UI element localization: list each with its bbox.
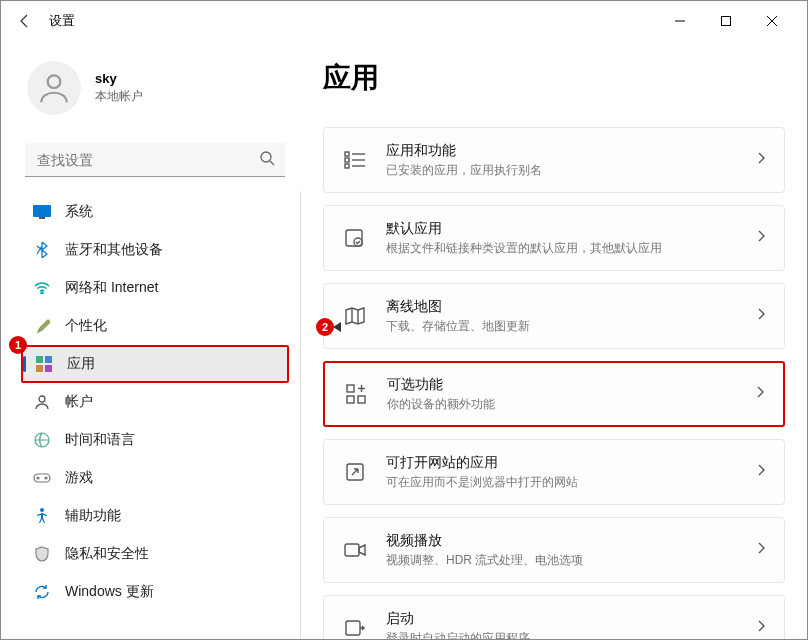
card-subtitle: 下载、存储位置、地图更新 [386, 318, 530, 335]
svg-point-17 [37, 477, 39, 479]
svg-rect-22 [345, 164, 349, 168]
svg-rect-30 [347, 385, 354, 392]
card-title: 默认应用 [386, 220, 662, 238]
cards-list: 应用和功能 已安装的应用，应用执行别名 默认应用 根据文件和链接种类设置的默认应… [323, 127, 785, 639]
svg-rect-37 [346, 621, 360, 635]
chevron-right-icon [756, 229, 766, 247]
nav-list: 系统 蓝牙和其他设备 网络和 Internet 个性化 应用 帐户 [21, 193, 289, 611]
minimize-button[interactable] [657, 6, 703, 36]
main-content: 应用 应用和功能 已安装的应用，应用执行别名 默认应用 根据文件和链接种类设置的… [301, 41, 807, 639]
search-input[interactable] [25, 143, 285, 177]
svg-rect-21 [345, 158, 349, 162]
nav-gaming[interactable]: 游戏 [21, 459, 289, 497]
nav-system[interactable]: 系统 [21, 193, 289, 231]
close-icon [766, 15, 778, 27]
nav-label: 个性化 [65, 317, 107, 335]
svg-point-5 [261, 152, 271, 162]
minimize-icon [674, 15, 686, 27]
video-icon [342, 537, 368, 563]
user-name: sky [95, 71, 143, 86]
svg-rect-20 [345, 152, 349, 156]
open-app-icon [342, 459, 368, 485]
window-title: 设置 [49, 12, 75, 30]
page-title: 应用 [323, 59, 785, 97]
card-subtitle: 根据文件和链接种类设置的默认应用，其他默认应用 [386, 240, 662, 257]
nav-label: 辅助功能 [65, 507, 121, 525]
card-apps-features[interactable]: 应用和功能 已安装的应用，应用执行别名 [323, 127, 785, 193]
svg-point-27 [354, 238, 362, 246]
card-subtitle: 视频调整、HDR 流式处理、电池选项 [386, 552, 583, 569]
user-subtitle: 本地帐户 [95, 88, 143, 105]
nav-bluetooth[interactable]: 蓝牙和其他设备 [21, 231, 289, 269]
nav-apps[interactable]: 应用 [21, 345, 289, 383]
card-title: 应用和功能 [386, 142, 542, 160]
card-optional-features[interactable]: 可选功能 你的设备的额外功能 [323, 361, 785, 427]
svg-rect-1 [722, 17, 731, 26]
shield-icon [33, 545, 51, 563]
card-title: 离线地图 [386, 298, 530, 316]
nav-accessibility[interactable]: 辅助功能 [21, 497, 289, 535]
svg-point-19 [40, 508, 44, 512]
card-subtitle: 可在应用而不是浏览器中打开的网站 [386, 474, 578, 491]
back-button[interactable] [13, 9, 37, 33]
card-startup[interactable]: 启动 登录时自动启动的应用程序 [323, 595, 785, 639]
close-button[interactable] [749, 6, 795, 36]
person-icon [33, 393, 51, 411]
plus-grid-icon [343, 381, 369, 407]
apps-icon [35, 355, 53, 373]
card-title: 视频播放 [386, 532, 583, 550]
card-offline-maps[interactable]: 离线地图 下载、存储位置、地图更新 [323, 283, 785, 349]
sidebar-separator [300, 191, 301, 639]
svg-rect-32 [358, 396, 365, 403]
card-default-apps[interactable]: 默认应用 根据文件和链接种类设置的默认应用，其他默认应用 [323, 205, 785, 271]
gamepad-icon [33, 469, 51, 487]
nav-label: 系统 [65, 203, 93, 221]
nav-network[interactable]: 网络和 Internet [21, 269, 289, 307]
svg-point-14 [39, 396, 45, 402]
user-profile[interactable]: sky 本地帐户 [21, 41, 289, 139]
user-icon [35, 69, 73, 107]
maximize-button[interactable] [703, 6, 749, 36]
chevron-right-icon [756, 307, 766, 325]
nav-windows-update[interactable]: Windows 更新 [21, 573, 289, 611]
nav-label: 隐私和安全性 [65, 545, 149, 563]
svg-point-18 [45, 477, 47, 479]
nav-privacy[interactable]: 隐私和安全性 [21, 535, 289, 573]
accessibility-icon [33, 507, 51, 525]
chevron-right-icon [755, 385, 765, 403]
svg-rect-7 [33, 205, 51, 217]
avatar [27, 61, 81, 115]
svg-rect-12 [36, 365, 43, 372]
nav-label: 时间和语言 [65, 431, 135, 449]
svg-point-9 [41, 292, 43, 294]
nav-time-language[interactable]: 时间和语言 [21, 421, 289, 459]
update-icon [33, 583, 51, 601]
chevron-right-icon [756, 541, 766, 559]
annotation-badge-1: 1 [9, 336, 27, 354]
nav-label: 帐户 [65, 393, 93, 411]
wifi-icon [33, 279, 51, 297]
brush-icon [33, 317, 51, 335]
svg-rect-11 [45, 356, 52, 363]
svg-point-4 [48, 75, 61, 88]
nav-personalization[interactable]: 个性化 [21, 307, 289, 345]
card-apps-for-websites[interactable]: 可打开网站的应用 可在应用而不是浏览器中打开的网站 [323, 439, 785, 505]
nav-accounts[interactable]: 帐户 [21, 383, 289, 421]
maximize-icon [720, 15, 732, 27]
nav-label: 应用 [67, 355, 95, 373]
chevron-right-icon [756, 463, 766, 481]
card-subtitle: 已安装的应用，应用执行别名 [386, 162, 542, 179]
default-app-icon [342, 225, 368, 251]
card-video-playback[interactable]: 视频播放 视频调整、HDR 流式处理、电池选项 [323, 517, 785, 583]
nav-label: 网络和 Internet [65, 279, 158, 297]
card-subtitle: 你的设备的额外功能 [387, 396, 495, 413]
nav-label: Windows 更新 [65, 583, 154, 601]
globe-clock-icon [33, 431, 51, 449]
list-icon [342, 147, 368, 173]
chevron-right-icon [756, 619, 766, 637]
search-container [25, 143, 285, 177]
display-icon [33, 203, 51, 221]
annotation-badge-2: 2 [316, 318, 334, 336]
svg-rect-10 [36, 356, 43, 363]
card-title: 可选功能 [387, 376, 495, 394]
